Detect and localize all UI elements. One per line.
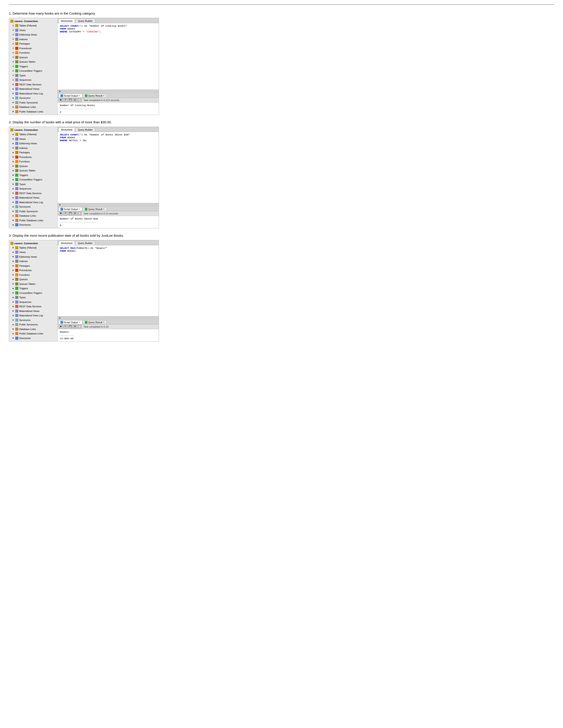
script-output-tab[interactable]: Script Output ✕: [58, 320, 82, 324]
sidebar-item[interactable]: ⊞Views: [9, 28, 57, 33]
toolbar-btn-3[interactable]: 🖨: [73, 212, 77, 215]
sidebar-item[interactable]: ▶Crossedition Triggers: [9, 291, 57, 295]
sidebar-expander-icon[interactable]: ▶: [12, 314, 14, 317]
sidebar-expander-icon[interactable]: ⊞: [12, 52, 14, 54]
sidebar-expander-icon[interactable]: ▶: [12, 165, 14, 167]
sidebar-item[interactable]: ▶Synonyms: [9, 96, 57, 100]
sidebar-expander-icon[interactable]: ▶: [12, 260, 14, 262]
sidebar-expander-icon[interactable]: ▶: [12, 183, 14, 185]
sidebar-item[interactable]: ⊞Editioning Views: [9, 32, 57, 37]
sidebar-expander-icon[interactable]: ▶: [12, 287, 14, 289]
sidebar-expander-icon[interactable]: ▶: [12, 319, 14, 321]
sidebar-expander-icon[interactable]: ▶: [12, 337, 14, 339]
sidebar-expander-icon[interactable]: ▶: [12, 97, 14, 99]
sidebar-expander-icon[interactable]: ▶: [12, 296, 14, 298]
sidebar-item[interactable]: ▶REST Data Services: [9, 82, 57, 87]
sidebar-item[interactable]: ⊞Functions: [9, 51, 57, 55]
sidebar-item[interactable]: ⊞Queues Tables: [9, 60, 57, 64]
sidebar-expander-icon[interactable]: ▶: [12, 142, 14, 144]
sql-editor[interactable]: SELECT COUNT(*) AS "Number Of Cooking Bo…: [58, 23, 159, 90]
sidebar-expander-icon[interactable]: ▶: [12, 210, 14, 212]
sidebar-expander-icon[interactable]: ▶: [12, 106, 14, 108]
sidebar-item[interactable]: ▶Indexes: [9, 146, 57, 150]
sidebar-item[interactable]: ▶Directories: [9, 336, 57, 341]
sidebar-expander-icon[interactable]: ▶: [12, 247, 14, 249]
sidebar-item[interactable]: ▶Public Synonyms: [9, 209, 57, 214]
sidebar-expander-icon[interactable]: ▶: [12, 88, 14, 90]
sidebar-item[interactable]: ▶Database Links: [9, 214, 57, 218]
toolbar-btn-0[interactable]: ▶: [59, 212, 63, 215]
sidebar-item[interactable]: ▶Procedures: [9, 155, 57, 159]
sidebar-expander-icon[interactable]: ▶: [12, 269, 14, 271]
sidebar-item[interactable]: ⊞Procedures: [9, 46, 57, 51]
sidebar-item[interactable]: ▶Materialized Views: [9, 87, 57, 91]
sidebar-item[interactable]: ▶Functions: [9, 159, 57, 164]
sidebar-expander-icon[interactable]: ▶: [12, 197, 14, 199]
sidebar-item[interactable]: ▶Crossedition Triggers: [9, 177, 57, 182]
toolbar-btn-4[interactable]: 📋: [77, 212, 81, 215]
sidebar-expander-icon[interactable]: ▶: [12, 265, 14, 267]
sidebar-expander-icon[interactable]: ▶: [12, 256, 14, 258]
sidebar-expander-icon[interactable]: ▶: [12, 310, 14, 312]
sidebar-expander-icon[interactable]: ⊞: [12, 43, 14, 45]
sidebar-expander-icon[interactable]: ▶: [12, 160, 14, 163]
sidebar-item[interactable]: ⊞Tables (Filtered): [9, 23, 57, 28]
toolbar-btn-2[interactable]: 💾: [68, 98, 72, 102]
sidebar-item[interactable]: ▶Functions: [9, 273, 57, 277]
toolbar-btn-1[interactable]: ✎: [64, 98, 68, 102]
close-query-result-icon[interactable]: ✕: [103, 95, 105, 97]
sidebar-expander-icon[interactable]: ▶: [12, 156, 14, 158]
query-result-tab[interactable]: Query Result ✕: [83, 207, 107, 211]
sidebar-expander-icon[interactable]: ▶: [12, 92, 14, 95]
toolbar-btn-4[interactable]: 📋: [77, 98, 81, 102]
sidebar-expander-icon[interactable]: ▶: [12, 219, 14, 221]
sidebar-expander-icon[interactable]: ▶: [12, 332, 14, 335]
sidebar-expander-icon[interactable]: ▶: [12, 328, 14, 330]
sidebar-item[interactable]: ▶Triggers: [9, 286, 57, 291]
sidebar-item[interactable]: ▶Directories: [9, 223, 57, 227]
script-output-tab[interactable]: Script Output ✕: [58, 207, 82, 211]
sidebar-item[interactable]: ▶Editioning Views: [9, 141, 57, 146]
sidebar-item[interactable]: ▶Packages: [9, 150, 57, 155]
sidebar-expander-icon[interactable]: ▶: [12, 151, 14, 154]
sidebar-item[interactable]: ▶Sequences: [9, 300, 57, 304]
sidebar-expander-icon[interactable]: ⊞: [12, 61, 14, 63]
worksheet-tab[interactable]: Worksheet: [58, 128, 75, 132]
sidebar-expander-icon[interactable]: ▶: [12, 292, 14, 294]
sidebar-item[interactable]: ▶Sequences: [9, 186, 57, 191]
close-script-output-icon[interactable]: ✕: [79, 95, 80, 97]
query-result-tab[interactable]: Query Result ✕: [83, 320, 107, 324]
sidebar-item[interactable]: ▶Public Database Links: [9, 218, 57, 223]
sidebar-expander-icon[interactable]: ⊞: [12, 56, 14, 58]
sidebar-item[interactable]: ▶Queues: [9, 277, 57, 282]
sidebar-item[interactable]: ▶Materialized Views: [9, 195, 57, 200]
toolbar-btn-1[interactable]: ✎: [64, 325, 68, 328]
sidebar-item[interactable]: ▶Public Database Links: [9, 109, 57, 114]
sidebar-item[interactable]: ⊞Sequences: [9, 78, 57, 82]
sidebar-item[interactable]: ▶Public Synonyms: [9, 322, 57, 327]
sidebar-expander-icon[interactable]: ⊞: [12, 70, 14, 72]
sidebar-expander-icon[interactable]: ⊞: [12, 74, 14, 77]
sidebar-item[interactable]: ▶Triggers: [9, 173, 57, 178]
sidebar-item[interactable]: ⊞Crossedition Triggers: [9, 69, 57, 73]
sidebar-item[interactable]: ▶Materialized View Log: [9, 91, 57, 96]
sidebar-item[interactable]: ⊞Packages: [9, 41, 57, 46]
sidebar-item[interactable]: ▶Materialized View Log: [9, 313, 57, 318]
sidebar-expander-icon[interactable]: ⊞: [12, 38, 14, 40]
query-builder-tab[interactable]: Query Builder: [75, 241, 95, 245]
sidebar-item[interactable]: ▶Tables (Filtered): [9, 246, 57, 250]
sidebar-item[interactable]: ▶Synonyms: [9, 318, 57, 323]
sidebar-expander-icon[interactable]: ▶: [12, 192, 14, 194]
sidebar-expander-icon[interactable]: ▶: [12, 274, 14, 276]
close-query-result-icon[interactable]: ✕: [103, 208, 105, 210]
sidebar-item[interactable]: ▶Procedures: [9, 268, 57, 273]
sidebar-item[interactable]: ▶Queues: [9, 164, 57, 169]
sidebar-expander-icon[interactable]: ⊞: [12, 65, 14, 68]
sidebar-item[interactable]: ⊞Indexes: [9, 37, 57, 42]
sidebar-item[interactable]: ▶Database Links: [9, 327, 57, 332]
toolbar-btn-4[interactable]: 📋: [77, 325, 81, 328]
sidebar-expander-icon[interactable]: ▶: [12, 283, 14, 285]
sidebar-item[interactable]: ▶Packages: [9, 264, 57, 268]
sidebar-item[interactable]: ▶REST Data Services: [9, 304, 57, 309]
sidebar-item[interactable]: ▶Editioning Views: [9, 255, 57, 259]
